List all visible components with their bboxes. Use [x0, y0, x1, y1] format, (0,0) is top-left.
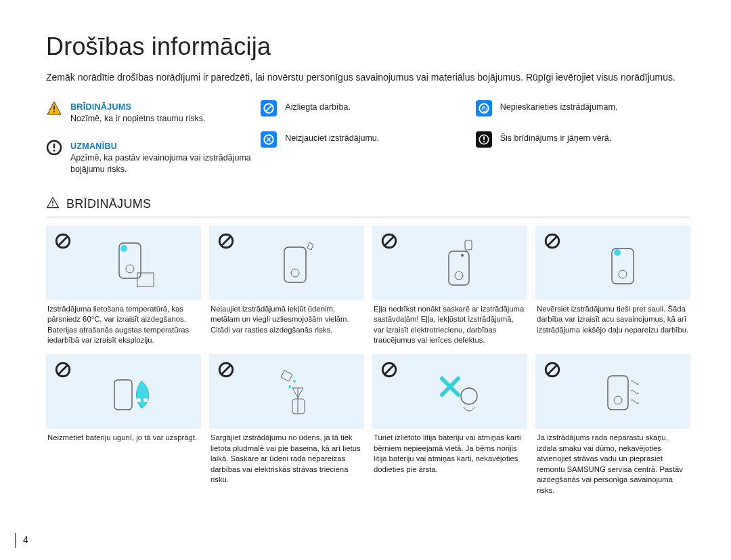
legend-no-touch: Nepieskarieties izstrādājumam. [476, 100, 690, 116]
card-text: Izstrādājuma lietošana temperatūrā, kas … [46, 304, 201, 346]
prohibit-icon [544, 232, 561, 253]
prohibit-icon [54, 361, 72, 381]
svg-line-47 [385, 365, 394, 374]
svg-line-41 [222, 365, 231, 374]
illustration [398, 232, 519, 300]
prohibit-icon [380, 361, 398, 381]
illustration [72, 232, 193, 300]
observe-icon [476, 131, 492, 148]
legend-col-3: Nepieskarieties izstrādājumam. Šis brīdi… [476, 100, 690, 175]
prohibit-icon [217, 232, 235, 253]
svg-point-38 [137, 398, 141, 402]
legend-no-disassemble-text: Neizjauciet izstrādājumu. [285, 131, 379, 144]
svg-point-23 [291, 269, 299, 277]
illustration [235, 232, 356, 300]
card-image [372, 354, 527, 429]
svg-line-25 [385, 236, 394, 245]
prohibit-icon [544, 361, 561, 381]
legend-col-1: BRĪDINĀJUMS Nozīmē, ka ir nopietns traum… [46, 100, 261, 175]
warning-row-1: Izstrādājuma lietošana temperatūrā, kas … [46, 225, 690, 346]
card-image [535, 354, 690, 429]
svg-rect-4 [53, 150, 56, 152]
card-image [209, 225, 364, 300]
section-title: BRĪDINĀJUMS [66, 197, 151, 211]
svg-rect-0 [53, 106, 55, 110]
prohibited-icon [261, 100, 277, 116]
svg-rect-13 [52, 204, 53, 206]
svg-line-31 [548, 236, 557, 245]
svg-point-27 [455, 272, 463, 280]
svg-rect-43 [292, 399, 305, 414]
card-smoke-noise: Ja izstrādājums rada neparastu skaņu, iz… [535, 354, 690, 496]
card-text: Turiet izlietoto litija bateriju vai atm… [372, 433, 527, 475]
svg-rect-12 [52, 200, 53, 203]
card-image [209, 354, 364, 429]
svg-point-18 [120, 245, 127, 252]
prohibit-icon [54, 232, 72, 253]
svg-point-17 [126, 265, 134, 273]
legend-warning-text: BRĪDINĀJUMS Nozīmē, ka ir nopietns traum… [70, 100, 205, 125]
warning-triangle-icon [46, 196, 60, 213]
card-water-metal: Neļaujiet izstrādājumā iekļūt ūdenim, me… [209, 225, 364, 346]
svg-rect-1 [53, 111, 55, 112]
legend-caution: UZMANĪBU Apzīmē, ka pastāv ievainojuma v… [46, 139, 261, 175]
illustration [235, 361, 356, 429]
card-children: Turiet izlietoto litija bateriju vai atm… [372, 354, 527, 496]
warning-triangle-icon [46, 100, 62, 116]
legend-warning-title: BRĪDINĀJUMS [70, 102, 205, 113]
illustration [72, 361, 193, 429]
section-header: BRĪDINĀJUMS [46, 196, 690, 217]
illustration [561, 361, 682, 429]
svg-point-44 [293, 380, 296, 383]
svg-point-29 [461, 254, 464, 257]
legend-warning: BRĪDINĀJUMS Nozīmē, ka ir nopietns traum… [46, 100, 261, 125]
svg-line-36 [59, 365, 68, 374]
svg-rect-19 [137, 273, 154, 286]
card-text: Ja izstrādājums rada neparastu skaņu, iz… [535, 433, 690, 496]
card-image [46, 354, 201, 429]
legend-warning-desc: Nozīmē, ka ir nopietns traumu risks. [70, 113, 205, 125]
card-heat: Izstrādājuma lietošana temperatūrā, kas … [46, 225, 201, 346]
svg-line-50 [548, 365, 557, 374]
page: Drošības informācija Zemāk norādītie dro… [0, 0, 731, 560]
legend-no-disassemble: Neizjauciet izstrādājumu. [261, 131, 475, 148]
card-image [535, 225, 690, 300]
svg-point-39 [143, 398, 148, 402]
legend-caution-text: UZMANĪBU Apzīmē, ka pastāv ievainojuma v… [70, 139, 261, 175]
card-text: Neļaujiet izstrādājumā iekļūt ūdenim, me… [209, 304, 364, 336]
legend-prohibited-text: Aizliegta darbība. [285, 100, 351, 113]
card-oil: Eļļa nedrīkst nonākt saskarē ar izstrādā… [372, 225, 527, 346]
prohibit-icon [217, 361, 235, 381]
illustration [398, 361, 519, 429]
svg-point-34 [614, 249, 621, 256]
svg-rect-3 [53, 144, 56, 148]
warning-row-2: Neizmetiet bateriju ugunī, jo tā var uzs… [46, 354, 690, 496]
card-battery-fire: Neizmetiet bateriju ugunī, jo tā var uzs… [46, 354, 201, 496]
page-title: Drošības informācija [46, 33, 690, 61]
legend-caution-title: UZMANĪBU [70, 141, 261, 152]
svg-line-21 [222, 236, 231, 245]
intro-text: Zemāk norādītie drošības norādījumi ir p… [46, 70, 690, 84]
legend-prohibited: Aizliegta darbība. [261, 100, 475, 116]
svg-point-52 [614, 396, 622, 404]
legend: BRĪDINĀJUMS Nozīmē, ka ir nopietns traum… [46, 100, 690, 175]
card-text: Sargājiet izstrādājumu no ūdens, ja tā t… [209, 433, 364, 486]
svg-line-15 [59, 236, 68, 245]
page-number: 4 [23, 534, 28, 545]
caution-circle-icon [46, 139, 62, 156]
no-touch-icon [476, 100, 492, 116]
svg-point-45 [288, 385, 291, 388]
card-text: Neizmetiet bateriju ugunī, jo tā var uzs… [46, 433, 201, 444]
svg-line-6 [266, 106, 272, 112]
card-text: Eļļa nedrīkst nonākt saskarē ar izstrādā… [372, 304, 527, 346]
card-sunlight: Nevērsiet izstrādājumu tieši pret sauli.… [535, 225, 690, 346]
card-text: Nevērsiet izstrādājumu tieši pret sauli.… [535, 304, 690, 336]
legend-no-touch-text: Nepieskarieties izstrādājumam. [500, 100, 618, 113]
legend-col-2: Aizliegta darbība. Neizjauciet izstrādāj… [261, 100, 475, 175]
card-image [372, 225, 527, 300]
svg-rect-11 [483, 142, 485, 143]
prohibit-icon [380, 232, 398, 253]
legend-observe: Šis brīdinājums ir jāņem vērā. [476, 131, 690, 148]
card-image [46, 225, 201, 300]
illustration [561, 232, 682, 300]
